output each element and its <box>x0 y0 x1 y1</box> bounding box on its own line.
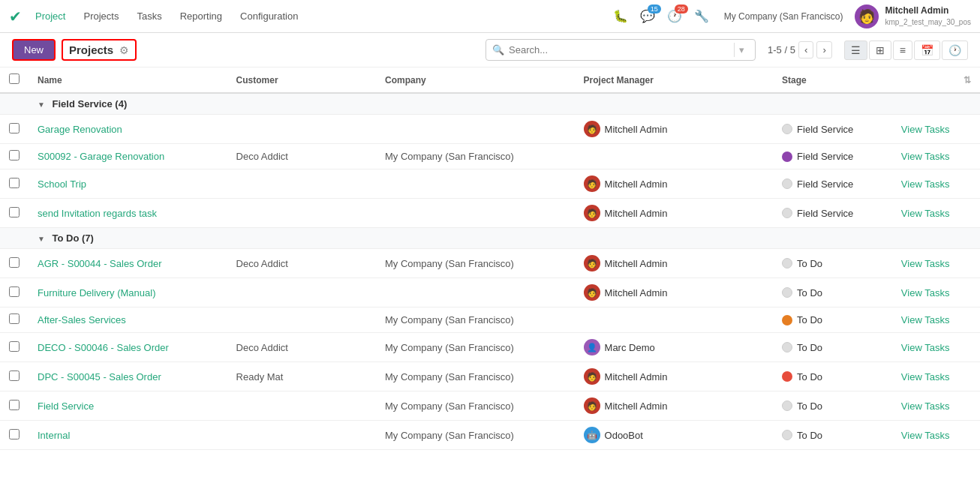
view-tasks-button[interactable]: View Tasks <box>901 258 950 269</box>
view-tasks-button[interactable]: View Tasks <box>901 430 950 441</box>
avatar-mitchell: 🧑 <box>584 121 600 137</box>
row-checkbox[interactable] <box>9 286 20 297</box>
stage-dot[interactable] <box>782 124 792 134</box>
stage-dot[interactable] <box>782 371 792 382</box>
manager-name: Mitchell Admin <box>605 124 668 135</box>
row-checkbox[interactable] <box>9 370 20 381</box>
stage-cell: To Do <box>773 421 892 450</box>
view-tasks-button[interactable]: View Tasks <box>901 124 950 135</box>
col-customer: Customer <box>227 68 376 93</box>
stage-dot[interactable] <box>782 315 792 326</box>
view-tasks-button[interactable]: View Tasks <box>901 178 950 190</box>
project-manager: 🧑Mitchell Admin <box>575 115 774 144</box>
table-row: Furniture Delivery (Manual) 🧑Mitchell Ad… <box>0 278 980 308</box>
row-checkbox[interactable] <box>9 400 20 410</box>
project-name[interactable]: send Invitation regards task <box>29 199 227 228</box>
chat-icon[interactable]: 💬 15 <box>637 6 658 27</box>
company-name: My Company (San Francisco) <box>376 362 575 392</box>
avatar[interactable]: 🧑 <box>855 4 879 28</box>
avatar-mitchell: 🧑 <box>584 255 600 272</box>
nav-tasks[interactable]: Tasks <box>129 8 169 25</box>
view-list[interactable]: ☰ <box>844 40 867 60</box>
stage-dot[interactable] <box>782 258 792 268</box>
project-name[interactable]: Garage Renovation <box>29 115 227 144</box>
wrench-icon[interactable]: 🔧 <box>691 6 712 27</box>
table-row: DECO - S00046 - Sales Order Deco Addict … <box>0 333 980 362</box>
view-tasks-button[interactable]: View Tasks <box>901 342 950 353</box>
table-row: S00092 - Garage Renovation Deco Addict M… <box>0 144 980 170</box>
view-tasks-button[interactable]: View Tasks <box>901 400 950 412</box>
project-name[interactable]: S00092 - Garage Renovation <box>29 144 227 170</box>
project-manager <box>575 308 774 333</box>
search-input[interactable] <box>509 44 731 56</box>
select-all-checkbox[interactable] <box>9 74 20 84</box>
view-kanban[interactable]: ⊞ <box>869 40 891 60</box>
stage-dot[interactable] <box>782 430 792 440</box>
project-name[interactable]: Field Service <box>29 392 227 421</box>
view-tasks-button[interactable]: View Tasks <box>901 371 950 382</box>
nav-projects[interactable]: Projects <box>76 8 126 25</box>
search-dropdown[interactable]: ▾ <box>734 43 749 57</box>
stage-name: To Do <box>797 371 822 382</box>
pager-prev[interactable]: ‹ <box>798 41 813 58</box>
group-chevron: ▼ <box>38 100 45 109</box>
new-button[interactable]: New <box>12 39 56 61</box>
view-clock[interactable]: 🕐 <box>942 40 968 60</box>
project-name[interactable]: DECO - S00046 - Sales Order <box>29 333 227 362</box>
group-row[interactable]: ▼ To Do (7) <box>0 228 980 249</box>
view-tasks-button[interactable]: View Tasks <box>901 208 950 219</box>
project-manager: 🤖OdooBot <box>575 421 774 450</box>
stage-dot[interactable] <box>782 287 792 298</box>
nav-configuration[interactable]: Configuration <box>233 8 305 25</box>
row-checkbox[interactable] <box>9 314 20 324</box>
view-grid[interactable]: ≡ <box>893 40 912 60</box>
gear-icon[interactable]: ⚙ <box>119 44 129 56</box>
stage-dot[interactable] <box>782 208 792 218</box>
stage-dot[interactable] <box>782 400 792 411</box>
row-checkbox[interactable] <box>9 178 20 188</box>
search-bar: 🔍 ▾ <box>485 39 756 61</box>
stage-name: Field Service <box>797 151 853 162</box>
row-checkbox[interactable] <box>9 429 20 440</box>
app-logo: ✔ <box>9 8 22 26</box>
view-calendar[interactable]: 📅 <box>914 40 940 60</box>
stage-name: To Do <box>797 258 822 269</box>
row-checkbox[interactable] <box>9 341 20 352</box>
row-checkbox[interactable] <box>9 123 20 134</box>
manager-name: Mitchell Admin <box>605 208 668 219</box>
project-name[interactable]: Furniture Delivery (Manual) <box>29 278 227 308</box>
nav-reporting[interactable]: Reporting <box>173 8 230 25</box>
clock-icon[interactable]: 🕐 28 <box>664 6 685 27</box>
stage-cell: Field Service <box>773 199 892 228</box>
company-name: My Company (San Francisco) <box>376 308 575 333</box>
row-checkbox[interactable] <box>9 257 20 268</box>
project-name[interactable]: DPC - S00045 - Sales Order <box>29 362 227 392</box>
filter-icon[interactable]: ⇅ <box>963 75 971 86</box>
row-checkbox[interactable] <box>9 150 20 160</box>
manager-cell: 🧑Mitchell Admin <box>584 255 765 272</box>
stage-name: To Do <box>797 287 822 298</box>
actionbar: New Projects ⚙ 🔍 ▾ 1-5 / 5 ‹ › ☰ ⊞ ≡ 📅 🕐 <box>0 33 980 68</box>
view-tasks-button[interactable]: View Tasks <box>901 314 950 326</box>
stage-dot[interactable] <box>782 342 792 352</box>
view-tasks-button[interactable]: View Tasks <box>901 287 950 298</box>
customer-name: Deco Addict <box>227 144 376 170</box>
pager-next[interactable]: › <box>816 41 831 58</box>
stage-dot[interactable] <box>782 152 792 162</box>
customer-name <box>227 278 376 308</box>
project-name[interactable]: Internal <box>29 421 227 450</box>
row-checkbox[interactable] <box>9 207 20 218</box>
project-name[interactable]: School Trip <box>29 170 227 199</box>
stage-name: To Do <box>797 430 822 441</box>
project-name[interactable]: After-Sales Services <box>29 308 227 333</box>
user-name: Mitchell Admin <box>885 5 971 17</box>
table-row: AGR - S00044 - Sales Order Deco Addict M… <box>0 249 980 278</box>
bug-icon[interactable]: 🐛 <box>610 6 631 27</box>
group-row[interactable]: ▼ Field Service (4) <box>0 93 980 115</box>
company-name: My Company (San Francisco) <box>376 144 575 170</box>
stage-dot[interactable] <box>782 178 792 189</box>
table-container: Name Customer Company Project Manager St… <box>0 68 980 490</box>
project-name[interactable]: AGR - S00044 - Sales Order <box>29 249 227 278</box>
nav-project[interactable]: Project <box>28 8 73 25</box>
view-tasks-button[interactable]: View Tasks <box>901 151 950 162</box>
